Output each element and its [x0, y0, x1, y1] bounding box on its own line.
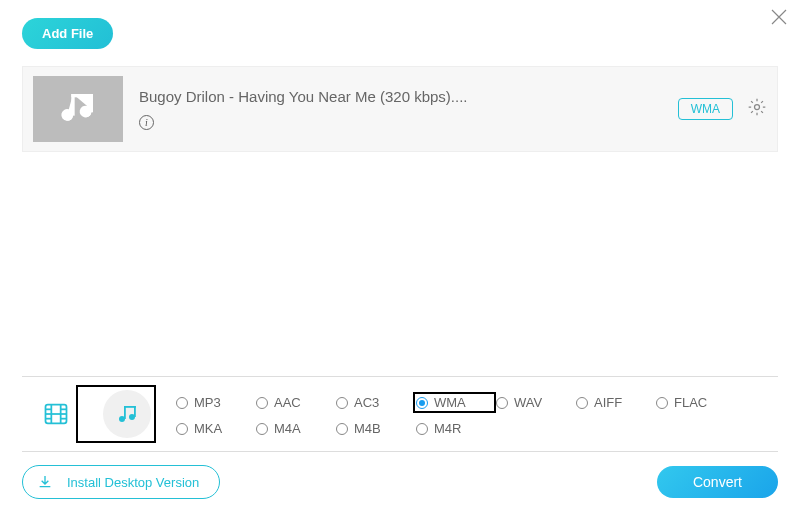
file-meta: Bugoy Drilon - Having You Near Me (320 k…: [139, 88, 662, 130]
format-label: AC3: [354, 395, 379, 410]
tab-audio[interactable]: [103, 390, 151, 438]
radio-icon: [336, 423, 348, 435]
radio-icon: [416, 397, 428, 409]
output-format-badge[interactable]: WMA: [678, 98, 733, 120]
format-wma[interactable]: WMA: [413, 392, 496, 413]
radio-icon: [176, 423, 188, 435]
format-label: AIFF: [594, 395, 622, 410]
radio-icon: [576, 397, 588, 409]
radio-icon: [416, 423, 428, 435]
add-file-button[interactable]: Add File: [22, 18, 113, 49]
svg-rect-16: [124, 406, 126, 419]
radio-icon: [496, 397, 508, 409]
music-note-icon: [58, 89, 98, 129]
format-label: AAC: [274, 395, 301, 410]
format-label: M4B: [354, 421, 381, 436]
format-label: MP3: [194, 395, 221, 410]
svg-rect-4: [71, 94, 93, 97]
format-mp3[interactable]: MP3: [176, 392, 256, 413]
tab-video[interactable]: [36, 394, 76, 434]
format-label: WMA: [434, 395, 466, 410]
film-icon: [42, 400, 70, 428]
format-m4a[interactable]: M4A: [256, 421, 336, 436]
close-icon[interactable]: [770, 8, 788, 30]
format-label: M4A: [274, 421, 301, 436]
radio-icon: [256, 423, 268, 435]
format-m4r[interactable]: M4R: [416, 421, 496, 436]
info-icon[interactable]: i: [139, 115, 154, 130]
format-m4b[interactable]: M4B: [336, 421, 416, 436]
format-label: MKA: [194, 421, 222, 436]
format-wav[interactable]: WAV: [496, 392, 576, 413]
file-row: Bugoy Drilon - Having You Near Me (320 k…: [22, 66, 778, 152]
format-label: WAV: [514, 395, 542, 410]
footer: Install Desktop Version Convert: [22, 465, 778, 499]
install-desktop-button[interactable]: Install Desktop Version: [22, 465, 220, 499]
svg-rect-18: [124, 406, 136, 408]
file-title: Bugoy Drilon - Having You Near Me (320 k…: [139, 88, 662, 105]
convert-button[interactable]: Convert: [657, 466, 778, 498]
install-label: Install Desktop Version: [67, 475, 199, 490]
radio-icon: [176, 397, 188, 409]
svg-point-5: [755, 105, 760, 110]
download-icon: [37, 474, 53, 490]
format-ac3[interactable]: AC3: [336, 392, 416, 413]
format-label: FLAC: [674, 395, 707, 410]
radio-icon: [336, 397, 348, 409]
file-thumbnail: [33, 76, 123, 142]
audio-tab-highlight: [76, 385, 156, 443]
format-aiff[interactable]: AIFF: [576, 392, 656, 413]
format-flac[interactable]: FLAC: [656, 392, 736, 413]
radio-icon: [256, 397, 268, 409]
format-panel: MP3 AAC AC3 WMA WAV AIFF FLAC MKA M4A M4…: [22, 376, 778, 452]
format-options: MP3 AAC AC3 WMA WAV AIFF FLAC MKA M4A M4…: [176, 392, 736, 436]
radio-icon: [656, 397, 668, 409]
format-mka[interactable]: MKA: [176, 421, 256, 436]
format-aac[interactable]: AAC: [256, 392, 336, 413]
music-icon: [115, 402, 139, 426]
gear-icon[interactable]: [747, 97, 767, 121]
format-label: M4R: [434, 421, 461, 436]
